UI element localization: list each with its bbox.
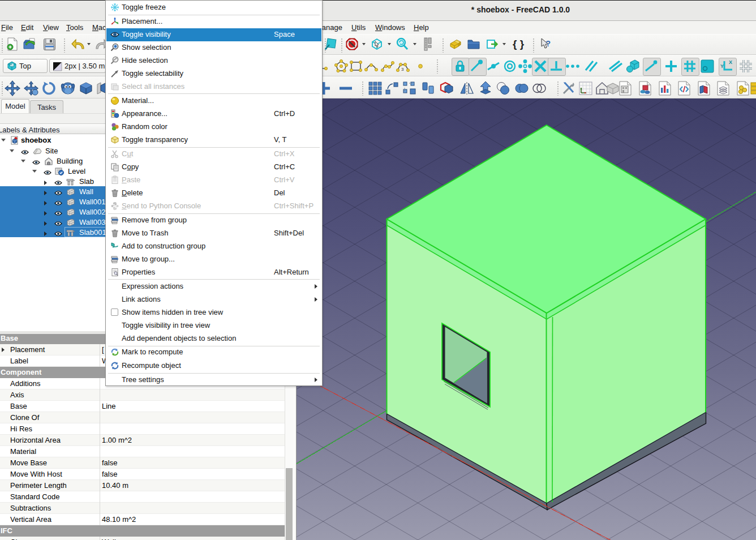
svg-text:{ }: { } [513,38,525,50]
svg-text:X: X [729,59,732,65]
svg-text:Y: Y [720,63,724,69]
svg-text:3: 3 [401,67,404,72]
svg-text:?: ? [545,38,551,48]
